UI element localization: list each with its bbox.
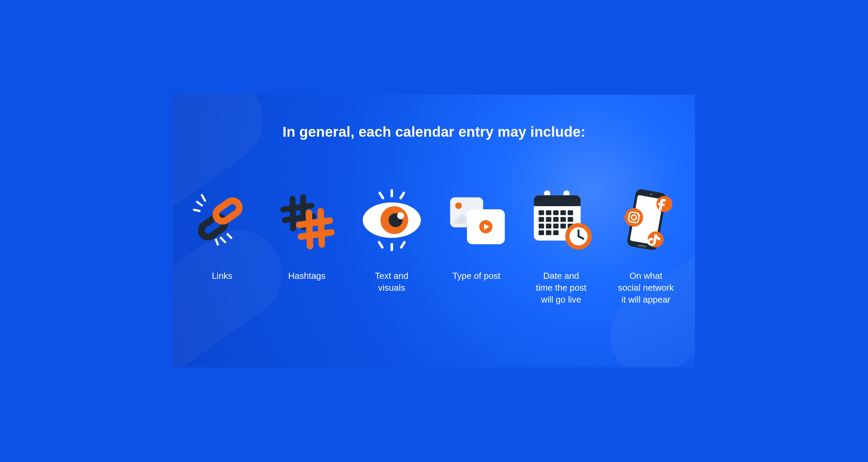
- calendar-clock-icon: [526, 185, 597, 256]
- svg-rect-1: [213, 198, 242, 224]
- svg-line-4: [194, 210, 199, 211]
- item-label: On what social network it will appear: [618, 270, 674, 306]
- slide-title: In general, each calendar entry may incl…: [173, 124, 695, 140]
- svg-rect-41: [538, 217, 544, 222]
- svg-line-3: [202, 195, 205, 200]
- item-type: Type of post: [437, 185, 515, 306]
- item-links: Links: [183, 185, 261, 306]
- svg-rect-39: [560, 210, 566, 215]
- svg-line-14: [305, 213, 313, 246]
- svg-rect-48: [553, 224, 558, 228]
- item-hashtags: Hashtags: [268, 185, 346, 306]
- phone-social-icon: [610, 185, 682, 256]
- svg-line-21: [401, 242, 404, 247]
- svg-rect-40: [568, 210, 573, 215]
- svg-line-8: [283, 206, 311, 210]
- svg-line-20: [379, 242, 382, 247]
- svg-rect-47: [546, 224, 551, 228]
- item-label: Links: [212, 270, 233, 282]
- svg-line-18: [400, 193, 403, 198]
- eye-icon: [356, 185, 427, 256]
- item-datetime: Date and time the post will go live: [522, 185, 600, 306]
- svg-rect-38: [553, 210, 558, 215]
- svg-rect-49: [560, 224, 566, 228]
- svg-point-27: [455, 203, 462, 209]
- item-label: Text and visuals: [375, 270, 408, 294]
- svg-line-10: [289, 198, 297, 228]
- svg-rect-37: [546, 210, 551, 215]
- svg-rect-35: [534, 201, 580, 206]
- svg-rect-36: [538, 210, 544, 215]
- svg-rect-45: [568, 217, 573, 222]
- item-label: Hashtags: [288, 270, 326, 282]
- svg-line-15: [317, 211, 325, 245]
- item-network: On what social network it will appear: [607, 185, 685, 306]
- svg-line-12: [299, 220, 330, 225]
- link-icon: [186, 185, 258, 256]
- svg-point-25: [397, 212, 404, 219]
- svg-line-5: [221, 238, 225, 242]
- svg-line-17: [380, 193, 383, 198]
- item-label: Type of post: [452, 270, 500, 282]
- svg-line-6: [228, 234, 231, 238]
- svg-rect-42: [546, 217, 551, 222]
- svg-rect-43: [553, 217, 558, 222]
- infographic-slide: In general, each calendar entry may incl…: [173, 95, 695, 367]
- media-icon: [441, 185, 512, 256]
- hashtags-icon: [271, 185, 342, 256]
- svg-rect-53: [553, 230, 558, 235]
- svg-line-13: [301, 232, 331, 236]
- svg-rect-46: [538, 224, 544, 228]
- item-visuals: Text and visuals: [353, 185, 431, 306]
- svg-rect-44: [560, 217, 566, 222]
- svg-line-7: [216, 240, 218, 245]
- items-row: Links: [183, 185, 685, 306]
- svg-line-2: [197, 202, 202, 206]
- svg-rect-52: [546, 230, 551, 235]
- svg-rect-51: [538, 230, 544, 235]
- item-label: Date and time the post will go live: [536, 270, 587, 306]
